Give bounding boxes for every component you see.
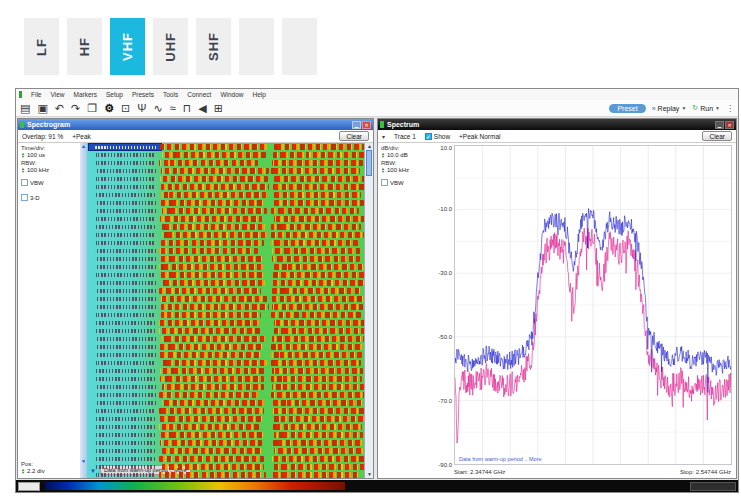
arrow-down-icon[interactable]: ▼ bbox=[80, 458, 87, 464]
spectrogram-row[interactable] bbox=[87, 391, 364, 399]
band-tab-lf[interactable]: LF bbox=[24, 18, 59, 75]
spectrogram-row[interactable] bbox=[87, 303, 364, 311]
spectrogram-row[interactable] bbox=[87, 215, 364, 223]
trace-selector[interactable]: Trace 1 bbox=[394, 133, 416, 140]
chevron-down-icon[interactable]: ▾ bbox=[382, 133, 385, 140]
run-button[interactable]: ↻ Run ▼ bbox=[692, 104, 720, 112]
spectrogram-row[interactable] bbox=[87, 311, 364, 319]
audio-icon[interactable]: ◀ bbox=[198, 103, 206, 114]
clear-button[interactable]: Clear bbox=[339, 131, 369, 141]
undo-icon[interactable]: ↶ bbox=[55, 103, 64, 114]
spectrogram-row[interactable] bbox=[87, 423, 364, 431]
spectrogram-row[interactable] bbox=[87, 151, 364, 159]
replay-button[interactable]: » Replay ▼ bbox=[652, 105, 687, 112]
spectrogram-row[interactable] bbox=[87, 255, 364, 263]
spectrogram-row[interactable] bbox=[87, 207, 364, 215]
spectrogram-row[interactable] bbox=[87, 175, 364, 183]
spectrogram-row[interactable] bbox=[87, 335, 364, 343]
spectrogram-row[interactable] bbox=[87, 343, 364, 351]
band-tab-blank[interactable] bbox=[239, 18, 274, 75]
band-tab-blank[interactable] bbox=[282, 18, 317, 75]
spectrogram-row[interactable] bbox=[87, 271, 364, 279]
spectrogram-row[interactable] bbox=[87, 375, 364, 383]
display-select-icon[interactable]: ⊡ bbox=[121, 103, 130, 114]
menu-item-view[interactable]: View bbox=[50, 91, 64, 98]
preset-button[interactable]: Preset bbox=[609, 104, 645, 113]
spectrogram-row[interactable] bbox=[87, 359, 364, 367]
spectrogram-row[interactable] bbox=[87, 367, 364, 375]
rbw-stepper[interactable]: ▲▼ bbox=[21, 167, 25, 173]
spectrogram-row[interactable] bbox=[87, 351, 364, 359]
spectrogram-row[interactable] bbox=[87, 471, 364, 478]
arrow-up-icon[interactable]: ▲ bbox=[80, 143, 87, 149]
menu-item-markers[interactable]: Markers bbox=[73, 91, 96, 98]
copy-display-icon[interactable]: ❐ bbox=[87, 103, 97, 114]
pos-stepper[interactable]: ▲▼ bbox=[21, 468, 25, 474]
band-tab-hf[interactable]: HF bbox=[67, 18, 102, 75]
spectrogram-row[interactable] bbox=[87, 455, 364, 463]
menu-item-connect[interactable]: Connect bbox=[187, 91, 211, 98]
export-icon[interactable]: ⊞ bbox=[214, 103, 223, 114]
redo-icon[interactable]: ↷ bbox=[71, 103, 80, 114]
spectrogram-row[interactable] bbox=[87, 167, 364, 175]
spectrogram-row[interactable] bbox=[87, 431, 364, 439]
spectrogram-row[interactable] bbox=[87, 463, 364, 471]
menu-item-presets[interactable]: Presets bbox=[132, 91, 154, 98]
vbw-checkbox[interactable]: VBW bbox=[21, 179, 78, 186]
minimize-button[interactable]: ▁ bbox=[352, 121, 361, 129]
rbw-stepper[interactable]: ▲▼ bbox=[381, 167, 385, 173]
spectrogram-row[interactable] bbox=[87, 407, 364, 415]
scrollbar-thumb[interactable] bbox=[366, 150, 372, 176]
menu-item-tools[interactable]: Tools bbox=[163, 91, 178, 98]
marker-peak-icon[interactable]: ∿ bbox=[153, 103, 162, 114]
spectrogram-row[interactable] bbox=[87, 287, 364, 295]
spectrogram-row[interactable] bbox=[87, 439, 364, 447]
spectrogram-waterfall[interactable]: ▼ Data from warm-up period .. More bbox=[87, 143, 364, 478]
status-bar-grip[interactable] bbox=[690, 482, 736, 491]
open-icon[interactable]: ▤ bbox=[20, 103, 30, 114]
show-checkbox[interactable]: ✓ Show bbox=[425, 133, 450, 140]
spectrogram-scrollbar[interactable]: ▲ ▼ bbox=[364, 143, 373, 478]
spectrogram-row[interactable] bbox=[87, 247, 364, 255]
menu-item-setup[interactable]: Setup bbox=[106, 91, 123, 98]
spectrogram-row[interactable] bbox=[87, 415, 364, 423]
pulse-icon[interactable]: ⊓ bbox=[183, 103, 192, 114]
band-tab-shf[interactable]: SHF bbox=[196, 18, 231, 75]
spectrogram-row[interactable] bbox=[87, 383, 364, 391]
spectrogram-row[interactable] bbox=[87, 143, 364, 151]
clear-button[interactable]: Clear bbox=[702, 131, 732, 141]
spectrogram-row[interactable] bbox=[87, 399, 364, 407]
spectrum-plot-area[interactable]: Data from warm-up period .. More Start: … bbox=[454, 143, 733, 478]
spectrum-titlebar[interactable]: Spectrum ▁ ✕ bbox=[378, 119, 736, 130]
spectrogram-left-slider[interactable]: ▲ ▼ bbox=[80, 143, 87, 478]
menu-item-help[interactable]: Help bbox=[253, 91, 266, 98]
db-div-stepper[interactable]: ▲▼ bbox=[381, 152, 385, 158]
spectrogram-row[interactable] bbox=[87, 191, 364, 199]
3d-checkbox[interactable]: 3-D bbox=[21, 194, 78, 201]
spectrogram-row[interactable] bbox=[87, 223, 364, 231]
spectrogram-row[interactable] bbox=[87, 199, 364, 207]
menu-item-file[interactable]: File bbox=[31, 91, 41, 98]
band-tab-uhf[interactable]: UHF bbox=[153, 18, 188, 75]
spectrogram-row[interactable] bbox=[87, 159, 364, 167]
close-button[interactable]: ✕ bbox=[725, 121, 734, 129]
spectrogram-titlebar[interactable]: Spectrogram ▁ ✕ bbox=[18, 119, 373, 130]
more-options-icon[interactable]: ⋮ bbox=[726, 104, 734, 113]
waveform-icon[interactable]: ≈ bbox=[170, 103, 176, 114]
spectrogram-row[interactable] bbox=[87, 279, 364, 287]
spectrogram-row[interactable] bbox=[87, 239, 364, 247]
spectrogram-row[interactable] bbox=[87, 263, 364, 271]
spectrogram-row[interactable] bbox=[87, 447, 364, 455]
scroll-down-icon[interactable]: ▼ bbox=[365, 471, 374, 478]
vbw-checkbox[interactable]: VBW bbox=[381, 179, 426, 186]
close-button[interactable]: ✕ bbox=[362, 121, 371, 129]
band-tab-vhf[interactable]: VHF bbox=[110, 18, 145, 75]
minimize-button[interactable]: ▁ bbox=[715, 121, 724, 129]
spectrogram-row[interactable] bbox=[87, 231, 364, 239]
antenna-icon[interactable]: Ψ bbox=[137, 103, 146, 114]
time-div-stepper[interactable]: ▲▼ bbox=[21, 152, 25, 158]
settings-gear-icon[interactable]: ⚙ bbox=[104, 103, 114, 114]
spectrogram-row[interactable] bbox=[87, 295, 364, 303]
spectrogram-row[interactable] bbox=[87, 183, 364, 191]
scroll-up-icon[interactable]: ▲ bbox=[365, 143, 374, 150]
